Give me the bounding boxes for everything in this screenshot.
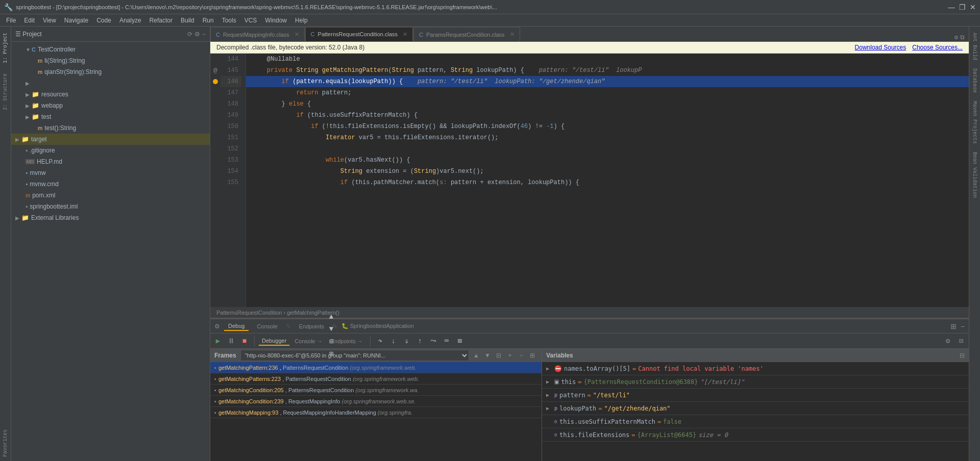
- force-step-into-button[interactable]: ⇓: [401, 336, 412, 347]
- menu-build[interactable]: Build: [177, 16, 199, 25]
- menu-tools[interactable]: Tools: [218, 16, 240, 25]
- download-sources-link[interactable]: Download Sources: [855, 44, 906, 51]
- tree-item-webapp[interactable]: ▶ 📁 webapp: [11, 100, 210, 111]
- frame-item-1[interactable]: ▪ getMatchingPatterns:223 , PatternsRequ…: [210, 373, 542, 385]
- menu-refactor[interactable]: Refactor: [145, 16, 177, 25]
- right-sidebar-tab-bean[interactable]: Bean Validation: [971, 148, 978, 202]
- window-controls[interactable]: — ❐ ✕: [948, 3, 976, 11]
- menu-file[interactable]: File: [2, 16, 20, 25]
- frame-item-3[interactable]: ▪ getMatchingCondition:239 , RequestMapp…: [210, 396, 542, 407]
- tree-item-target[interactable]: ▶ 📁 target: [11, 134, 210, 145]
- step-out-button[interactable]: ↑: [414, 336, 426, 347]
- right-sidebar-tab-database[interactable]: Database: [971, 64, 978, 97]
- code-editor[interactable]: @: [210, 54, 969, 307]
- frame-remove-button[interactable]: −: [516, 350, 526, 361]
- maximize-button[interactable]: ❐: [959, 3, 966, 11]
- tree-item-gitignore[interactable]: ▪ .gitignore: [11, 145, 210, 156]
- tree-item-qianstr[interactable]: m qianStr(String):String: [11, 66, 210, 78]
- frame-item-2[interactable]: ▪ getMatchingCondition:205 , PatternsReq…: [210, 385, 542, 396]
- var-item-this[interactable]: ▶ ▣ this = {PatternsRequestCondition@638…: [542, 375, 969, 389]
- close-button[interactable]: ✕: [970, 3, 976, 11]
- menu-window[interactable]: Window: [261, 16, 291, 25]
- menu-view[interactable]: View: [39, 16, 60, 25]
- tree-item-helpmd[interactable]: MD HELP.md: [11, 156, 210, 167]
- tree-item-mvnwcmd[interactable]: ▪ mvnw.cmd: [11, 178, 210, 190]
- menu-navigate[interactable]: Navigate: [60, 16, 92, 25]
- menu-edit[interactable]: Edit: [20, 16, 39, 25]
- tab-expand-icon[interactable]: ⧉: [960, 34, 965, 41]
- tree-item-extlibs[interactable]: ▶ 📁 External Libraries: [11, 212, 210, 223]
- tree-item-collapse[interactable]: ▶: [11, 78, 210, 89]
- tab-close-requestmapping[interactable]: ✕: [295, 31, 299, 38]
- frame-expand-btn[interactable]: ⊞: [326, 349, 337, 359]
- right-sidebar-tab-ant[interactable]: Ant Build: [971, 29, 978, 64]
- tab-close-patterns[interactable]: ✕: [403, 31, 407, 38]
- tab-params[interactable]: C ParamsRequestCondition.class ✕: [413, 27, 520, 41]
- menu-code[interactable]: Code: [92, 16, 115, 25]
- tree-arrow-target: ▶: [15, 137, 21, 142]
- tree-item-resources[interactable]: ▶ 📁 resources: [11, 89, 210, 100]
- menu-run[interactable]: Run: [199, 16, 218, 25]
- var-item-pattern[interactable]: ▶ p pattern = "/test/li": [542, 389, 969, 402]
- thread-selector[interactable]: "http-nio-8080-exec-6"@5,650 in group "m…: [240, 350, 469, 361]
- at-sign-icon: @: [213, 67, 217, 74]
- frame-package-1: (org.springframework.web.: [353, 376, 419, 382]
- frame-copy-button[interactable]: ⊞: [527, 350, 537, 361]
- tab-requestmapping[interactable]: C RequestMappingInfo.class ✕: [210, 27, 305, 41]
- step-over-button[interactable]: ↷: [375, 336, 386, 347]
- trace-current-button[interactable]: ⊞: [454, 336, 465, 347]
- sync-icon[interactable]: ⟳: [187, 31, 192, 38]
- tree-item-test-method[interactable]: m test():String: [11, 122, 210, 134]
- menu-help[interactable]: Help: [291, 16, 312, 25]
- settings-debug-button[interactable]: ⚙: [942, 336, 953, 347]
- breakpoint-icon-146[interactable]: [213, 79, 218, 84]
- var-item-lookuppath[interactable]: ▶ p lookupPath = "/get/zhende/qian": [542, 402, 969, 415]
- debug-tab-debug[interactable]: Debug: [224, 322, 249, 331]
- var-item-names[interactable]: ▶ ⛔ names.toArray()[5] = Cannot find loc…: [542, 362, 969, 375]
- run-to-cursor-button[interactable]: ⤳: [428, 336, 439, 347]
- frame-add-button[interactable]: +: [505, 350, 515, 361]
- debug-stop-button[interactable]: ■: [239, 336, 250, 347]
- hide-icon[interactable]: −: [202, 31, 206, 38]
- frame-item-4[interactable]: ▪ getMatchingMapping:93 , RequestMapping…: [210, 407, 542, 418]
- frame-up-button[interactable]: ▲: [471, 350, 481, 361]
- tab-close-params[interactable]: ✕: [510, 31, 514, 38]
- toolbar-debugger-tab[interactable]: Debugger: [259, 337, 289, 346]
- var-item-fileext[interactable]: ▶ ⚙ this.fileExtensions = {ArrayList@664…: [542, 428, 969, 442]
- debug-layout-icon[interactable]: ⊞: [950, 322, 957, 330]
- choose-sources-link[interactable]: Choose Sources...: [912, 44, 963, 51]
- toolbar-console-tab[interactable]: Console →: [291, 337, 325, 345]
- tree-item-li[interactable]: m li(String):String: [11, 55, 210, 66]
- tree-item-springbootiml[interactable]: ▪ springboottest.iml: [11, 201, 210, 212]
- debug-resume-button[interactable]: ▶: [212, 336, 224, 347]
- tree-item-mvnw[interactable]: ▪ mvnw: [11, 167, 210, 178]
- frame-package-4: (org.springfra.: [378, 409, 412, 416]
- sidebar-tab-project[interactable]: 1: Project: [2, 29, 9, 67]
- tab-settings-icon[interactable]: ⚙: [954, 34, 958, 41]
- step-into-button[interactable]: ↓: [388, 336, 399, 347]
- frame-item-0[interactable]: ▪ getMatchingPattern:236 , PatternsReque…: [210, 362, 542, 373]
- tree-item-test[interactable]: ▶ 📁 test: [11, 111, 210, 122]
- evaluate-button[interactable]: ⌨: [441, 336, 452, 347]
- debug-tab-endpoints[interactable]: Endpoints: [295, 322, 328, 330]
- tab-patterns[interactable]: C PatternsRequestCondition.class ✕: [305, 27, 413, 41]
- settings-icon[interactable]: ⚙: [194, 31, 200, 38]
- sidebar-tab-structure[interactable]: 2: Structure: [2, 69, 9, 114]
- frame-filter-button[interactable]: ⊟: [494, 350, 504, 361]
- tree-item-testcontroller[interactable]: ▼ C TestController: [11, 44, 210, 55]
- menu-vcs[interactable]: VCS: [240, 16, 261, 25]
- sidebar-tab-favorites[interactable]: Favorites: [2, 425, 9, 461]
- var-item-usesuffix[interactable]: ▶ ⚙ this.useSuffixPatternMatch = false: [542, 415, 969, 428]
- variables-collapse-icon[interactable]: ⊟: [960, 352, 965, 359]
- debug-tab-console[interactable]: Console: [253, 322, 281, 330]
- restore-layout-button[interactable]: ⊟: [955, 336, 967, 347]
- minimize-button[interactable]: —: [948, 3, 955, 11]
- menu-analyze[interactable]: Analyze: [115, 16, 145, 25]
- tree-item-pomxml[interactable]: m pom.xml: [11, 190, 210, 201]
- debug-settings-icon[interactable]: ⚙: [214, 323, 220, 330]
- gutter-146[interactable]: [210, 76, 220, 87]
- right-sidebar-tab-maven[interactable]: Maven Projects: [971, 97, 978, 148]
- debug-close-icon[interactable]: −: [961, 322, 965, 330]
- debug-pause-button[interactable]: ⏸: [226, 336, 237, 347]
- frame-down-button[interactable]: ▼: [482, 350, 493, 361]
